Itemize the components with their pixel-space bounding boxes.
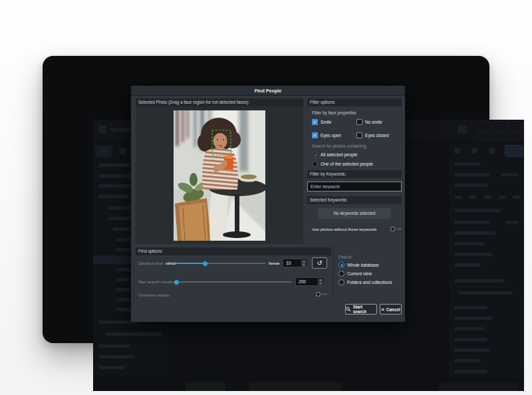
close-icon: × [381, 307, 384, 313]
selected-keywords-header: Selected Keywords: [307, 196, 402, 204]
radio-current-view[interactable]: Current view [338, 271, 372, 277]
without-keywords-toggle[interactable]: off [390, 227, 402, 231]
start-search-button[interactable]: Start search [345, 304, 377, 315]
checkbox-box [356, 132, 362, 138]
radio-circle [338, 271, 344, 277]
reset-icon: ↺ [317, 259, 322, 267]
radio-folders-collections[interactable]: Folders and collections [338, 279, 392, 285]
checkbox-box: ✓ [312, 119, 318, 125]
keyword-input[interactable] [307, 182, 402, 192]
spinner-icon[interactable]: ▴▾ [318, 279, 323, 285]
max-results-label: Max search results: [138, 279, 174, 284]
checkbox-eyes-open[interactable]: ✓ Eyes open [312, 132, 341, 138]
radio-circle [338, 262, 344, 268]
spinner-icon[interactable]: ▴▾ [301, 260, 307, 267]
find-people-dialog: Find People Selected Photo (Drag a face … [130, 85, 406, 323]
distance-max-label: loose [269, 261, 279, 265]
find-options-header: Find options: [136, 247, 331, 255]
cancel-button[interactable]: × Cancel [380, 304, 402, 315]
checkbox-box: ✓ [312, 132, 318, 138]
selected-photo[interactable] [174, 110, 265, 241]
radio-circle [312, 161, 318, 167]
dialog-title: Find People [131, 86, 405, 96]
slider-fill [176, 263, 205, 264]
no-keywords-message: No keywords selected [318, 208, 391, 219]
radio-whole-database[interactable]: Whole database [338, 262, 379, 268]
checkbox-eyes-closed[interactable]: Eyes closed [356, 132, 389, 138]
selected-photo-panel: Selected Photo (Drag a face region for n… [136, 98, 303, 244]
photo-image [174, 110, 265, 241]
radio-all-selected-people: All selected people [312, 152, 357, 158]
filter-options-header: Filter options: [307, 98, 402, 106]
checkbox-no-smile[interactable]: No smile [356, 119, 382, 125]
divider [333, 247, 334, 299]
device-frame: Find People Selected Photo (Drag a face … [43, 56, 489, 343]
max-results-slider-knob[interactable] [174, 280, 179, 285]
face-properties-label: Filter by face properties [312, 110, 356, 115]
toggle-knob [316, 292, 321, 297]
overwrite-label: Overwrite results: [138, 293, 170, 297]
distance-value-field[interactable]: 33 ▴▾ [283, 259, 308, 267]
search-icon [346, 307, 351, 312]
filter-column: Filter options: Filter by face propertie… [307, 98, 402, 244]
radio-circle [312, 152, 318, 158]
max-results-value-field[interactable]: 200 ▴▾ [295, 277, 325, 286]
find-in-label: Find in: [338, 255, 352, 259]
radio-circle [338, 279, 344, 285]
page-background: Find People Selected Photo (Drag a face … [0, 0, 532, 395]
max-results-slider[interactable] [174, 281, 292, 283]
overwrite-toggle[interactable]: off [316, 292, 327, 297]
checkbox-box [356, 119, 362, 125]
toggle-knob [390, 227, 395, 231]
distance-min-label: strict [166, 261, 176, 265]
without-keywords-row: Use photos without these keywords off [312, 227, 402, 231]
radio-one-of-selected: One of the selected people [312, 161, 373, 167]
selected-photo-header: Selected Photo (Drag a face region for n… [136, 98, 303, 106]
distance-slider[interactable] [176, 263, 265, 264]
containing-label: Search for photos containing: [312, 144, 367, 148]
keywords-header: Filter by Keywords: [307, 170, 402, 178]
reset-button[interactable]: ↺ [312, 257, 327, 269]
distance-slider-knob[interactable] [203, 261, 207, 266]
distance-limit-label: Distance limit: [138, 261, 164, 265]
checkbox-smile[interactable]: ✓ Smile [312, 119, 332, 125]
